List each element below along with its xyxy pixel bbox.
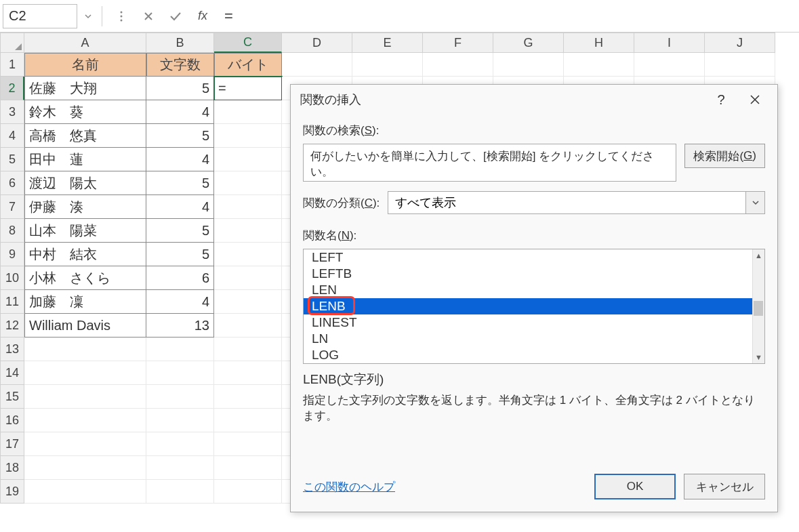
column-header[interactable]: J — [705, 33, 775, 53]
cell[interactable] — [146, 480, 214, 504]
cell[interactable] — [146, 432, 214, 456]
cell[interactable] — [214, 195, 282, 219]
cell[interactable] — [24, 456, 146, 480]
help-icon[interactable]: ? — [704, 85, 738, 115]
cell[interactable] — [146, 456, 214, 480]
cell[interactable] — [493, 53, 564, 77]
cell[interactable] — [214, 243, 282, 266]
cell[interactable] — [214, 480, 282, 504]
row-header[interactable]: 13 — [0, 337, 24, 361]
cell[interactable]: 加藤 凜 — [24, 290, 146, 314]
row-header[interactable]: 15 — [0, 385, 24, 409]
cell[interactable]: 伊藤 湊 — [24, 195, 146, 219]
column-header[interactable]: G — [493, 33, 564, 53]
dialog-titlebar[interactable]: 関数の挿入 ? — [291, 85, 777, 115]
row-header[interactable]: 2 — [0, 77, 24, 100]
menu-dots-icon[interactable] — [108, 3, 135, 30]
cell[interactable] — [214, 100, 282, 124]
select-all-corner[interactable] — [0, 33, 24, 53]
cell[interactable]: 田中 蓮 — [24, 148, 146, 171]
cell[interactable] — [214, 456, 282, 480]
row-header[interactable]: 7 — [0, 195, 24, 219]
cell[interactable]: 文字数 — [146, 53, 214, 77]
function-help-link[interactable]: この関数のヘルプ — [303, 479, 395, 495]
column-header[interactable]: D — [282, 33, 352, 53]
cell[interactable]: 4 — [146, 100, 214, 124]
fx-icon[interactable]: fx — [189, 3, 216, 30]
row-header[interactable]: 18 — [0, 456, 24, 480]
cell[interactable]: 高橋 悠真 — [24, 124, 146, 148]
row-header[interactable]: 4 — [0, 124, 24, 148]
column-header[interactable]: C — [214, 33, 282, 53]
column-header[interactable]: I — [634, 33, 705, 53]
cell[interactable]: 山本 陽菜 — [24, 219, 146, 243]
cell[interactable] — [214, 337, 282, 361]
cell[interactable]: 4 — [146, 148, 214, 171]
chevron-down-icon[interactable] — [746, 191, 765, 214]
cell[interactable] — [352, 53, 423, 77]
function-list-item[interactable]: LEFT — [304, 249, 764, 266]
category-select[interactable]: すべて表示 — [388, 191, 746, 214]
row-header[interactable]: 10 — [0, 266, 24, 290]
accept-formula-icon[interactable] — [162, 3, 189, 30]
row-header[interactable]: 6 — [0, 171, 24, 195]
cell[interactable] — [214, 124, 282, 148]
cancel-formula-icon[interactable] — [135, 3, 162, 30]
cell[interactable]: 名前 — [24, 53, 146, 77]
cell[interactable]: William Davis — [24, 314, 146, 337]
cancel-button[interactable]: キャンセル — [684, 474, 765, 499]
cell[interactable] — [24, 409, 146, 432]
search-start-button[interactable]: 検索開始(G) — [684, 144, 765, 168]
column-header[interactable]: H — [564, 33, 634, 53]
function-list-item[interactable]: LINEST — [304, 314, 764, 331]
row-header[interactable]: 19 — [0, 480, 24, 504]
cell[interactable] — [214, 361, 282, 385]
row-header[interactable]: 1 — [0, 53, 24, 77]
function-list-item[interactable]: LEN — [304, 282, 764, 298]
cell[interactable] — [214, 432, 282, 456]
function-list-item[interactable]: LOG — [304, 347, 764, 363]
cell[interactable]: = — [214, 77, 282, 100]
cell[interactable]: 小林 さくら — [24, 266, 146, 290]
formula-input[interactable]: = — [216, 7, 799, 25]
row-header[interactable]: 12 — [0, 314, 24, 337]
cell[interactable] — [214, 266, 282, 290]
cell[interactable]: 鈴木 葵 — [24, 100, 146, 124]
cell[interactable] — [214, 148, 282, 171]
column-header[interactable]: A — [24, 33, 146, 53]
cell[interactable] — [24, 361, 146, 385]
cell[interactable] — [282, 53, 352, 77]
cell[interactable] — [24, 432, 146, 456]
column-header[interactable]: B — [146, 33, 214, 53]
close-icon[interactable] — [738, 85, 772, 115]
cell[interactable]: 佐藤 大翔 — [24, 77, 146, 100]
function-list-item[interactable]: LN — [304, 331, 764, 347]
cell[interactable] — [146, 385, 214, 409]
cell[interactable] — [214, 171, 282, 195]
cell[interactable] — [146, 409, 214, 432]
scroll-thumb[interactable] — [754, 301, 763, 316]
cell[interactable] — [214, 314, 282, 337]
scrollbar[interactable]: ▲ ▼ — [752, 249, 764, 363]
column-header[interactable]: E — [352, 33, 423, 53]
cell[interactable] — [24, 480, 146, 504]
function-list-item[interactable]: LEFTB — [304, 266, 764, 282]
row-header[interactable]: 8 — [0, 219, 24, 243]
cell[interactable]: 13 — [146, 314, 214, 337]
cell[interactable]: 4 — [146, 290, 214, 314]
ok-button[interactable]: OK — [594, 474, 676, 499]
cell[interactable] — [24, 385, 146, 409]
row-header[interactable]: 9 — [0, 243, 24, 266]
column-header[interactable]: F — [423, 33, 493, 53]
cell[interactable]: 渡辺 陽太 — [24, 171, 146, 195]
name-box-dropdown[interactable] — [80, 12, 96, 20]
cell[interactable]: 4 — [146, 195, 214, 219]
function-list-item[interactable]: LENB — [304, 298, 764, 314]
row-header[interactable]: 11 — [0, 290, 24, 314]
search-input[interactable]: 何がしたいかを簡単に入力して、[検索開始] をクリックしてください。 — [303, 144, 676, 182]
cell[interactable] — [423, 53, 493, 77]
cell[interactable] — [214, 290, 282, 314]
function-list[interactable]: LEFTLEFTBLENLENBLINESTLNLOG ▲ ▼ — [303, 249, 765, 364]
row-header[interactable]: 5 — [0, 148, 24, 171]
cell[interactable]: 5 — [146, 171, 214, 195]
